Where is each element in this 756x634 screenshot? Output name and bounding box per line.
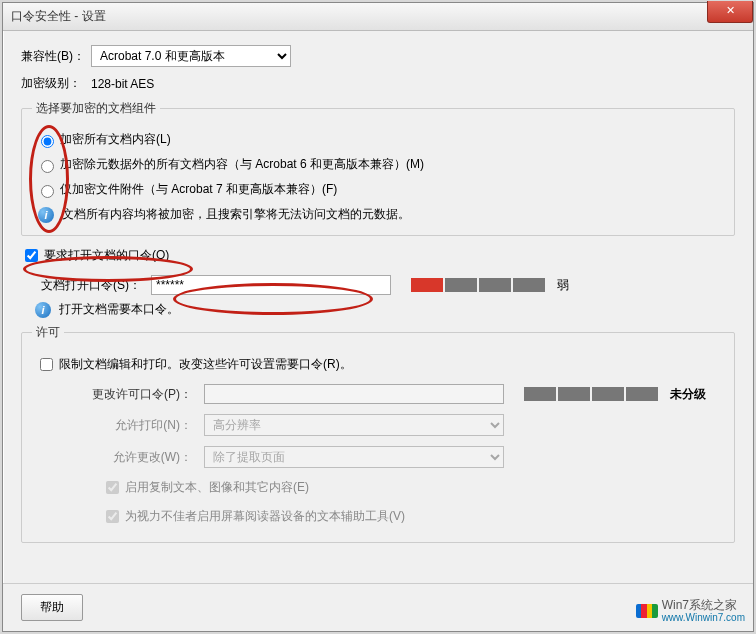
permissions-subarea: 更改许可口令(P)： 未分级 允许打印(N)： 高分辨率 [42, 384, 724, 526]
open-password-label: 文档打开口令(S)： [31, 277, 141, 294]
allow-changes-select: 除了提取页面 [204, 446, 504, 468]
dialog-footer: 帮助 Win7系统之家 www.Winwin7.com [3, 583, 753, 631]
radio-encrypt-except-meta[interactable]: 加密除元数据外的所有文档内容（与 Acrobat 6 和更高版本兼容）(M) [36, 156, 724, 173]
titlebar: 口令安全性 - 设置 ✕ [3, 3, 753, 31]
enable-screenreader-checkbox [106, 510, 119, 523]
enable-copy-checkbox [106, 481, 119, 494]
info-icon: i [38, 207, 54, 223]
encrypt-info-text: 文档所有内容均将被加密，且搜索引擎将无法访问文档的元数据。 [62, 206, 410, 223]
strength-seg [411, 278, 443, 292]
open-password-strength-bar [411, 278, 547, 292]
encrypt-components-group: 选择要加密的文档组件 加密所有文档内容(L) 加密除元数据外的所有文档内容（与 … [21, 100, 735, 236]
open-password-info-row: i 打开文档需要本口令。 [35, 301, 735, 318]
perm-password-strength-label: 未分级 [670, 386, 706, 403]
encryption-level-label: 加密级别： [21, 75, 91, 92]
allow-printing-label: 允许打印(N)： [42, 417, 192, 434]
change-permissions-password-label: 更改许可口令(P)： [42, 386, 192, 403]
enable-copy-label: 启用复制文本、图像和其它内容(E) [125, 479, 309, 496]
info-icon: i [35, 302, 51, 318]
radio-encrypt-attachments-input[interactable] [41, 185, 54, 198]
radio-encrypt-except-meta-input[interactable] [41, 160, 54, 173]
strength-seg [524, 387, 556, 401]
permissions-legend: 许可 [32, 324, 64, 341]
open-password-row: 文档打开口令(S)： 弱 [31, 275, 735, 295]
require-open-password-label: 要求打开文档的口令(O) [44, 247, 169, 264]
enable-screenreader-label: 为视力不佳者启用屏幕阅读器设备的文本辅助工具(V) [125, 508, 405, 525]
radio-encrypt-all[interactable]: 加密所有文档内容(L) [36, 131, 724, 148]
allow-changes-row: 允许更改(W)： 除了提取页面 [42, 446, 724, 468]
radio-encrypt-all-label: 加密所有文档内容(L) [60, 131, 171, 148]
strength-seg [479, 278, 511, 292]
radio-encrypt-except-meta-label: 加密除元数据外的所有文档内容（与 Acrobat 6 和更高版本兼容）(M) [60, 156, 424, 173]
radio-encrypt-all-input[interactable] [41, 135, 54, 148]
watermark-line2: www.Winwin7.com [662, 612, 745, 623]
change-permissions-password-row: 更改许可口令(P)： 未分级 [42, 384, 724, 404]
close-button[interactable]: ✕ [707, 1, 753, 23]
encryption-level-row: 加密级别： 128-bit AES [21, 75, 735, 92]
restrict-edit-print-check[interactable]: 限制文档编辑和打印。改变这些许可设置需要口令(R)。 [36, 355, 724, 374]
perm-password-strength-bar [524, 387, 660, 401]
windows-flag-icon [636, 604, 658, 618]
dialog-content: 兼容性(B)： Acrobat 7.0 和更高版本 加密级别： 128-bit … [3, 31, 753, 563]
radio-encrypt-attachments-label: 仅加密文件附件（与 Acrobat 7 和更高版本兼容）(F) [60, 181, 337, 198]
enable-copy-check: 启用复制文本、图像和其它内容(E) [102, 478, 724, 497]
require-open-password-checkbox[interactable] [25, 249, 38, 262]
enable-screenreader-check: 为视力不佳者启用屏幕阅读器设备的文本辅助工具(V) [102, 507, 724, 526]
window-title: 口令安全性 - 设置 [11, 8, 106, 25]
allow-printing-row: 允许打印(N)： 高分辨率 [42, 414, 724, 436]
strength-seg [626, 387, 658, 401]
compatibility-select[interactable]: Acrobat 7.0 和更高版本 [91, 45, 291, 67]
require-open-password-check[interactable]: 要求打开文档的口令(O) [21, 246, 735, 265]
strength-seg [592, 387, 624, 401]
open-password-strength-label: 弱 [557, 277, 569, 294]
allow-printing-select: 高分辨率 [204, 414, 504, 436]
help-button[interactable]: 帮助 [21, 594, 83, 621]
watermark-line1: Win7系统之家 [662, 599, 745, 612]
restrict-edit-print-checkbox[interactable] [40, 358, 53, 371]
encrypt-info-row: i 文档所有内容均将被加密，且搜索引擎将无法访问文档的元数据。 [38, 206, 724, 223]
strength-seg [558, 387, 590, 401]
close-icon: ✕ [726, 4, 735, 16]
radio-encrypt-attachments[interactable]: 仅加密文件附件（与 Acrobat 7 和更高版本兼容）(F) [36, 181, 724, 198]
allow-changes-label: 允许更改(W)： [42, 449, 192, 466]
strength-seg [445, 278, 477, 292]
help-button-label: 帮助 [40, 600, 64, 614]
encryption-level-value: 128-bit AES [91, 77, 154, 91]
open-password-info-text: 打开文档需要本口令。 [59, 301, 179, 318]
strength-seg [513, 278, 545, 292]
dialog-window: 口令安全性 - 设置 ✕ 兼容性(B)： Acrobat 7.0 和更高版本 加… [2, 2, 754, 632]
restrict-edit-print-label: 限制文档编辑和打印。改变这些许可设置需要口令(R)。 [59, 356, 352, 373]
open-password-input[interactable] [151, 275, 391, 295]
compatibility-row: 兼容性(B)： Acrobat 7.0 和更高版本 [21, 45, 735, 67]
permissions-group: 许可 限制文档编辑和打印。改变这些许可设置需要口令(R)。 更改许可口令(P)：… [21, 324, 735, 543]
change-permissions-password-input [204, 384, 504, 404]
compatibility-label: 兼容性(B)： [21, 48, 91, 65]
encrypt-components-legend: 选择要加密的文档组件 [32, 100, 160, 117]
watermark: Win7系统之家 www.Winwin7.com [636, 599, 745, 623]
